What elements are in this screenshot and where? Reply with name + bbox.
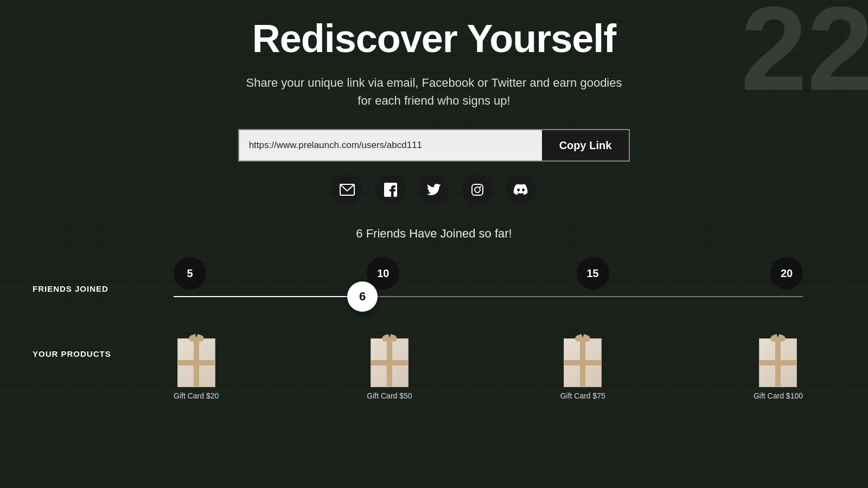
- product-item-100: Gift Card $100: [754, 338, 803, 400]
- subtitle-text: Share your unique link via email, Facebo…: [239, 74, 629, 110]
- twitter-icon: [427, 184, 441, 196]
- progress-bar-wrapper: 6: [174, 296, 803, 297]
- gift-bow: [381, 334, 398, 343]
- milestone-20: 20: [770, 257, 803, 290]
- instagram-share-button[interactable]: [462, 175, 493, 205]
- product-label-75: Gift Card $75: [560, 391, 605, 400]
- product-item-75: Gift Card $75: [560, 338, 605, 400]
- progress-track: 5 10 15 20 6: [174, 257, 803, 328]
- discord-share-button[interactable]: [506, 175, 536, 205]
- ribbon-v: [580, 339, 585, 387]
- product-label-100: Gift Card $100: [754, 391, 803, 400]
- milestone-15: 15: [577, 257, 609, 290]
- gift-bow: [575, 334, 591, 343]
- gift-box-50: [371, 338, 409, 387]
- svg-rect-1: [472, 184, 483, 195]
- product-label-20: Gift Card $20: [174, 391, 219, 400]
- progress-bar-fill: [174, 296, 362, 297]
- discord-icon: [513, 184, 528, 196]
- link-row: Copy Link: [238, 129, 630, 162]
- friends-joined-label: FRIENDS JOINED: [33, 284, 108, 293]
- ribbon-v: [775, 339, 781, 387]
- social-icons-row: [332, 175, 536, 205]
- product-item-50: Gift Card $50: [367, 338, 412, 400]
- your-products-label: YOUR PRODUCTS: [33, 349, 111, 358]
- svg-point-2: [475, 187, 480, 192]
- twitter-share-button[interactable]: [419, 175, 449, 205]
- instagram-icon: [471, 183, 484, 196]
- page-title: Rediscover Yourself: [252, 16, 616, 61]
- products-section: YOUR PRODUCTS Gift Card $20: [0, 338, 868, 400]
- copy-link-button[interactable]: Copy Link: [542, 129, 630, 162]
- progress-section: FRIENDS JOINED 5 10 15 20 6: [0, 257, 868, 328]
- facebook-icon: [384, 183, 397, 197]
- ribbon-v: [387, 339, 392, 387]
- product-label-50: Gift Card $50: [367, 391, 412, 400]
- gift-box-100: [759, 338, 797, 387]
- svg-point-3: [480, 186, 481, 188]
- gift-bow: [188, 334, 205, 343]
- email-icon: [340, 184, 355, 196]
- milestone-5: 5: [174, 257, 206, 290]
- referral-link-input[interactable]: [238, 129, 542, 162]
- friends-count-text: 6 Friends Have Joined so far!: [356, 227, 512, 241]
- current-position-marker: 6: [347, 281, 378, 312]
- progress-bar-bg: 6: [174, 296, 803, 297]
- facebook-share-button[interactable]: [375, 175, 406, 205]
- email-share-button[interactable]: [332, 175, 362, 205]
- products-row: Gift Card $20 Gift Card $50: [174, 338, 803, 400]
- gift-bow: [770, 334, 786, 343]
- gift-box-75: [564, 338, 602, 387]
- ribbon-v: [194, 339, 199, 387]
- product-item-20: Gift Card $20: [174, 338, 219, 400]
- gift-box-20: [177, 338, 215, 387]
